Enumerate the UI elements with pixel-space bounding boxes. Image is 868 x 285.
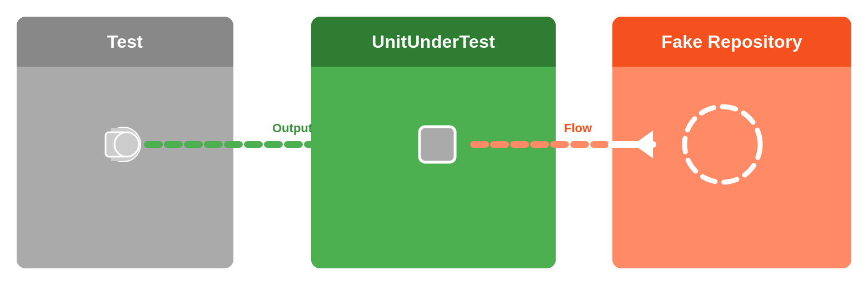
test-box: Test	[17, 17, 233, 268]
fake-box: Fake Repository	[612, 17, 851, 268]
fake-header: Fake Repository	[612, 17, 851, 67]
uut-title: UnitUnderTest	[372, 32, 495, 52]
output-text: Output	[272, 121, 312, 135]
uut-box: UnitUnderTest	[311, 17, 556, 268]
output-label: Output	[272, 121, 312, 136]
fake-title: Fake Repository	[661, 32, 802, 52]
flow-label: Flow	[564, 121, 592, 136]
test-header: Test	[17, 17, 233, 67]
flow-text: Flow	[564, 121, 592, 135]
uut-body	[311, 67, 556, 268]
test-body	[17, 67, 233, 268]
uut-header: UnitUnderTest	[311, 17, 556, 67]
test-title: Test	[107, 32, 143, 52]
diagram: Test UnitUnderTest Fake Repository	[0, 0, 868, 285]
fake-body	[612, 67, 851, 268]
